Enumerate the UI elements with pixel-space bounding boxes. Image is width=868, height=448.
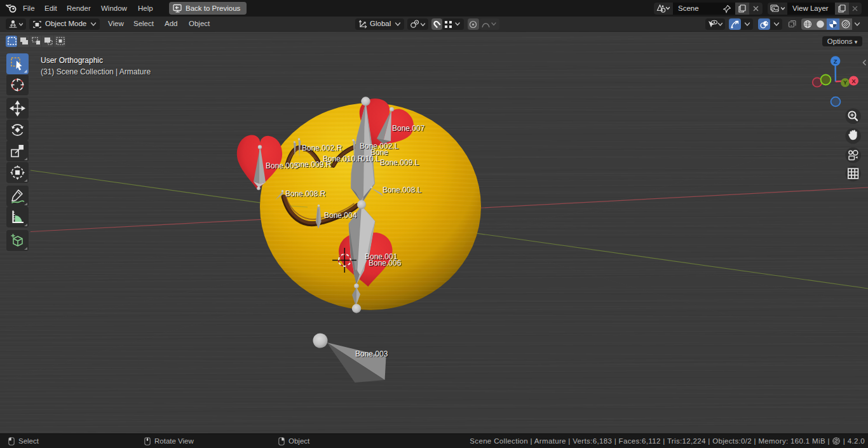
- svg-text:X: X: [851, 78, 856, 85]
- svg-text:Y: Y: [843, 79, 847, 86]
- svg-text:Z: Z: [834, 58, 837, 65]
